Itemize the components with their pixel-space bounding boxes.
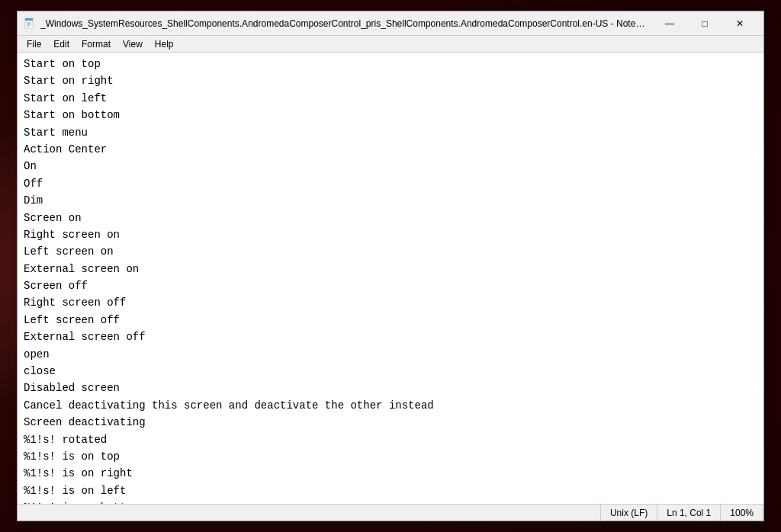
menu-format[interactable]: Format <box>76 37 117 51</box>
title-bar: _Windows_SystemResources_ShellComponents… <box>18 11 763 36</box>
notepad-icon <box>24 18 36 30</box>
status-encoding: Unix (LF) <box>601 505 657 521</box>
menu-file[interactable]: File <box>21 37 47 51</box>
menu-edit[interactable]: Edit <box>47 37 76 51</box>
status-zoom: 100% <box>721 505 763 521</box>
text-editor[interactable]: Start on top Start on right Start on lef… <box>18 53 763 504</box>
status-empty <box>18 505 601 521</box>
close-button[interactable]: ✕ <box>722 11 757 36</box>
menu-view[interactable]: View <box>117 37 149 51</box>
menu-help[interactable]: Help <box>149 37 180 51</box>
content-area: Start on top Start on right Start on lef… <box>18 53 763 504</box>
minimize-button[interactable]: — <box>652 11 687 36</box>
window-controls: — □ ✕ <box>652 11 757 36</box>
menu-bar: File Edit Format View Help <box>18 36 763 53</box>
window-title: _Windows_SystemResources_ShellComponents… <box>40 18 646 29</box>
maximize-button[interactable]: □ <box>687 11 722 36</box>
notepad-window: _Windows_SystemResources_ShellComponents… <box>17 11 764 521</box>
svg-rect-1 <box>25 18 33 21</box>
status-bar: Unix (LF) Ln 1, Col 1 100% <box>18 504 763 521</box>
status-position: Ln 1, Col 1 <box>657 505 721 521</box>
